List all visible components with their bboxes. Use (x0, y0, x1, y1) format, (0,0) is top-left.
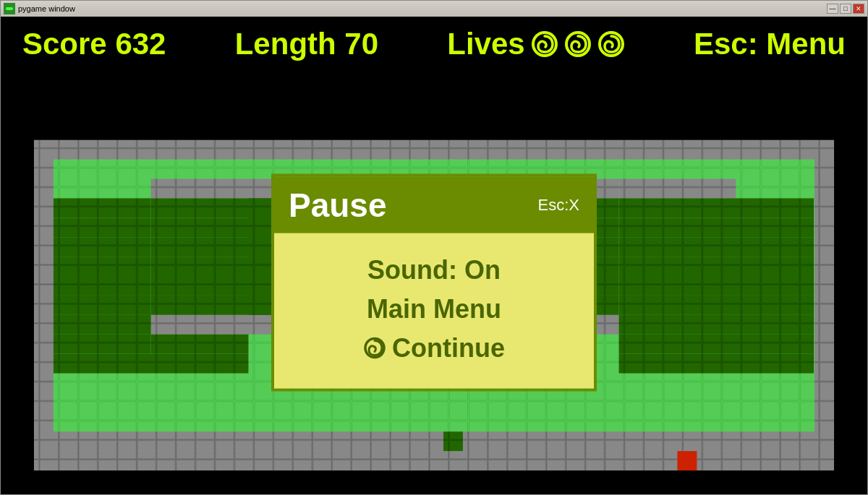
svg-rect-66 (1, 71, 867, 140)
main-window: pygame window — □ ✕ Score 632 Length 70 … (0, 0, 868, 495)
svg-rect-51 (54, 354, 249, 374)
score-display: Score 632 (22, 27, 166, 61)
title-bar-left: pygame window (4, 3, 75, 14)
close-button[interactable]: ✕ (853, 4, 864, 14)
svg-rect-61 (619, 354, 814, 374)
life-icon-1 (531, 30, 558, 58)
title-bar: pygame window — □ ✕ (1, 1, 867, 17)
svg-rect-34 (619, 178, 736, 198)
pause-esc-close[interactable]: Esc:X (538, 196, 579, 215)
game-area: Pause Esc:X Sound: On Main Menu Continue (1, 71, 867, 494)
svg-rect-57 (619, 276, 814, 296)
svg-rect-28 (34, 140, 834, 160)
life-icon-2 (564, 30, 592, 58)
minimize-button[interactable]: — (827, 4, 838, 14)
svg-rect-45 (54, 237, 151, 257)
lives-label: Lives (447, 27, 524, 61)
svg-rect-43 (54, 198, 151, 218)
continue-label: Continue (392, 333, 505, 363)
svg-rect-1 (6, 7, 13, 10)
score-value: 632 (115, 27, 166, 61)
length-value: 70 (344, 27, 378, 61)
svg-rect-50 (54, 335, 151, 354)
continue-button[interactable]: Continue (363, 333, 505, 363)
lives-display: Lives (447, 27, 624, 61)
hud: Score 632 Length 70 Lives Esc: Menu (1, 17, 867, 71)
svg-rect-47 (54, 276, 151, 296)
svg-rect-29 (34, 431, 834, 451)
svg-rect-55 (619, 237, 814, 257)
pause-header: Pause Esc:X (274, 177, 594, 233)
length-display: Length 70 (235, 27, 378, 61)
score-label: Score (22, 27, 107, 61)
svg-rect-54 (619, 218, 814, 237)
svg-rect-52 (151, 335, 249, 354)
svg-rect-31 (34, 140, 54, 470)
sound-toggle-button[interactable]: Sound: On (367, 255, 501, 285)
length-label: Length (235, 27, 336, 61)
svg-rect-32 (814, 140, 834, 470)
svg-rect-58 (619, 296, 814, 315)
svg-rect-44 (54, 218, 151, 237)
continue-icon (363, 337, 386, 360)
svg-rect-48 (54, 296, 151, 315)
pause-dialog: Pause Esc:X Sound: On Main Menu Continue (271, 174, 597, 392)
svg-rect-60 (619, 335, 814, 354)
pause-overlay: Pause Esc:X Sound: On Main Menu Continue (271, 174, 597, 392)
app-icon (4, 3, 15, 14)
svg-rect-53 (619, 198, 814, 218)
life-icon-3 (597, 30, 625, 58)
pause-title: Pause (289, 186, 387, 225)
window-title: pygame window (18, 4, 75, 13)
svg-rect-30 (34, 451, 834, 470)
svg-rect-67 (1, 470, 867, 494)
pause-body: Sound: On Main Menu Continue (274, 233, 594, 389)
restore-button[interactable]: □ (840, 4, 851, 14)
svg-rect-63 (677, 451, 697, 470)
main-menu-button[interactable]: Main Menu (367, 294, 501, 324)
svg-rect-59 (619, 315, 814, 335)
title-bar-buttons[interactable]: — □ ✕ (827, 4, 864, 14)
esc-menu-label: Esc: Menu (694, 27, 846, 61)
svg-rect-56 (619, 257, 814, 276)
svg-rect-62 (443, 431, 463, 451)
svg-rect-46 (54, 257, 151, 276)
svg-rect-49 (54, 315, 151, 335)
